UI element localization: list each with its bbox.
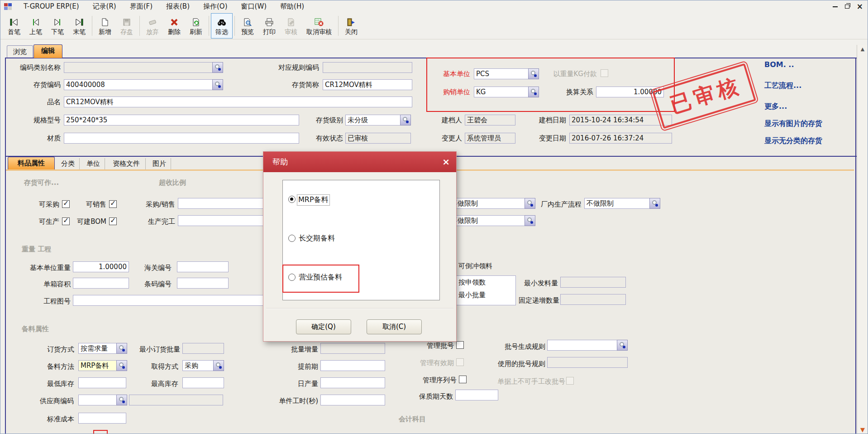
rule-code-input[interactable]: [323, 62, 412, 73]
dialog-close-icon[interactable]: ×: [442, 152, 450, 172]
stock-method-label: 备料方法: [43, 361, 74, 372]
toolbar-preview[interactable]: 预览: [237, 13, 258, 39]
acquire-mode-dropdown[interactable]: 采购: [182, 360, 224, 371]
mrp-stock-option[interactable]: MRP备料: [297, 194, 330, 206]
order-mode-dropdown[interactable]: 按需求量: [78, 343, 127, 354]
sales-forecast-radio[interactable]: [288, 274, 296, 281]
cancel-button[interactable]: 取消(C): [367, 319, 422, 334]
vertical-scrollbar[interactable]: ▲ ▼: [857, 45, 868, 434]
bom-allowed-checkbox[interactable]: [109, 217, 117, 225]
lookup-icon[interactable]: [528, 87, 539, 97]
toolbar-cancel-audit[interactable]: 取消审核: [302, 13, 336, 39]
manage-serial-checkbox[interactable]: [459, 376, 467, 383]
daily-output-input[interactable]: [320, 377, 385, 388]
lookup-icon[interactable]: [525, 198, 535, 209]
limit-dropdown-2[interactable]: 不做限制: [448, 215, 535, 226]
toolbar-close[interactable]: 关闭: [340, 13, 362, 39]
lead-time-input[interactable]: [320, 360, 385, 371]
stock-method-dropdown[interactable]: MRP备料: [78, 360, 127, 371]
producible-checkbox[interactable]: [62, 217, 70, 225]
shelf-days-input[interactable]: [455, 390, 498, 400]
trade-unit-dropdown[interactable]: KG: [474, 87, 539, 97]
drawing-no-input[interactable]: [73, 295, 289, 306]
sales-forecast-option[interactable]: 营业预估备料: [299, 273, 342, 282]
min-stock-input[interactable]: [78, 377, 126, 388]
mrp-stock-radio[interactable]: [288, 196, 296, 203]
base-unit-dropdown[interactable]: PCS: [474, 68, 539, 79]
sellable-checkbox[interactable]: [109, 200, 117, 208]
dialog-title-bar[interactable]: 帮助 ×: [263, 152, 456, 172]
subtab-qualification[interactable]: 资格文件: [107, 158, 146, 169]
base-unit-weight-input[interactable]: 1.00000: [73, 261, 129, 272]
menu-item-app[interactable]: T-GROUP ERP(E): [17, 0, 86, 13]
box-volume-input[interactable]: [73, 278, 129, 289]
menu-item-record[interactable]: 记录(R): [86, 0, 123, 13]
lookup-icon[interactable]: [116, 343, 127, 354]
toolbar-print[interactable]: 打印: [258, 13, 280, 39]
bom-link[interactable]: BOM. ..: [764, 60, 794, 69]
lookup-icon[interactable]: [400, 115, 411, 125]
ok-button[interactable]: 确定(Q): [296, 319, 351, 334]
lookup-icon[interactable]: [528, 68, 539, 79]
close-window-icon[interactable]: ×: [857, 0, 863, 13]
restore-icon[interactable]: [845, 5, 849, 9]
tab-edit[interactable]: 编辑: [33, 44, 62, 58]
lookup-icon[interactable]: [617, 340, 628, 351]
toolbar-refresh[interactable]: 刷新: [185, 13, 207, 39]
show-unclassified-link[interactable]: 显示无分类的存货: [764, 136, 822, 146]
menu-item-operation[interactable]: 操作(O): [196, 0, 234, 13]
barcode-input[interactable]: [177, 278, 229, 289]
purchasable-checkbox[interactable]: [62, 200, 70, 208]
lookup-icon[interactable]: [116, 395, 127, 405]
toolbar-delete[interactable]: 删除: [163, 13, 185, 39]
lookup-icon[interactable]: [525, 215, 535, 226]
long-lead-radio[interactable]: [288, 235, 296, 242]
spec-input[interactable]: 250*240*35: [64, 115, 299, 125]
lookup-icon[interactable]: [212, 79, 223, 90]
toolbar-prev-record[interactable]: 上笔: [25, 13, 47, 39]
manage-batch-checkbox[interactable]: [456, 341, 464, 349]
code-class-input[interactable]: [64, 62, 223, 73]
tab-browse[interactable]: 浏览: [7, 45, 33, 58]
max-stock-input[interactable]: [182, 377, 224, 388]
toolbar-last-record[interactable]: 末笔: [68, 13, 90, 39]
inventory-code-input[interactable]: 400400008: [64, 79, 223, 90]
lookup-icon[interactable]: [212, 62, 223, 73]
subtab-classification[interactable]: 分类: [57, 158, 80, 169]
minimize-icon[interactable]: [833, 6, 838, 7]
production-done-label: 生产完工: [140, 216, 175, 227]
process-flow-link[interactable]: 工艺流程...: [764, 81, 801, 91]
lookup-icon[interactable]: [213, 360, 224, 371]
scroll-down-icon[interactable]: ▼: [857, 425, 868, 434]
scroll-up-icon[interactable]: ▲: [857, 45, 868, 54]
subtab-image[interactable]: 图片: [148, 158, 171, 169]
show-with-image-link[interactable]: 显示有图片的存货: [764, 119, 822, 129]
inventory-short-input[interactable]: CR12MOV精料: [323, 79, 412, 90]
menu-item-window[interactable]: 窗口(W): [234, 0, 274, 13]
long-lead-option[interactable]: 长交期备料: [299, 234, 335, 243]
exit-door-icon: [346, 17, 357, 28]
dialog-divider: [266, 308, 453, 309]
product-name-input[interactable]: CR12MOV精料: [64, 96, 412, 107]
toolbar-next-record[interactable]: 下笔: [47, 13, 68, 39]
more-link[interactable]: 更多...: [764, 102, 787, 111]
subtab-item-attributes[interactable]: 料品属性: [8, 157, 55, 169]
batch-rule-dropdown[interactable]: [547, 340, 628, 351]
toolbar-filter[interactable]: 筛选: [211, 13, 233, 39]
unit-work-time-input[interactable]: [320, 395, 385, 405]
limit-dropdown-1[interactable]: 不做限制: [448, 198, 535, 209]
factory-flow-dropdown[interactable]: 不做限制: [584, 198, 660, 209]
customs-code-input[interactable]: [177, 261, 229, 272]
menu-item-help[interactable]: 帮助(H): [273, 0, 311, 13]
subtab-unit[interactable]: 单位: [82, 158, 105, 169]
lookup-icon[interactable]: [649, 198, 660, 209]
supplier-code-dropdown[interactable]: [78, 395, 127, 405]
std-cost-input[interactable]: [78, 413, 126, 424]
toolbar-first-record[interactable]: 首笔: [3, 13, 25, 39]
menu-item-interface[interactable]: 界面(F): [123, 0, 159, 13]
toolbar-new[interactable]: 新增: [94, 13, 116, 39]
lookup-icon[interactable]: [116, 360, 127, 371]
level-dropdown[interactable]: 未分级: [345, 115, 411, 125]
menu-item-report[interactable]: 报表(B): [159, 0, 196, 13]
material-input[interactable]: [64, 133, 299, 144]
